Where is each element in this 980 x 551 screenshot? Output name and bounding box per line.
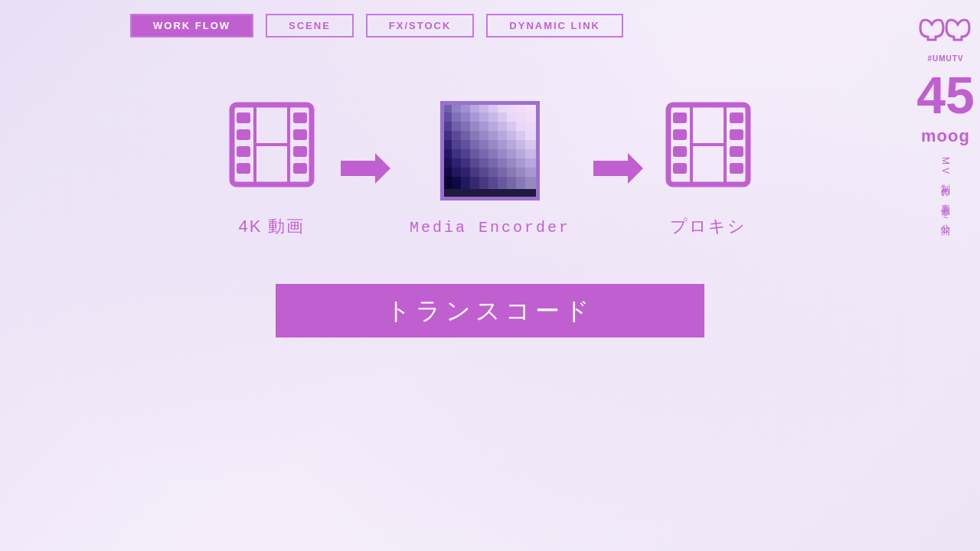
svg-rect-92 — [516, 168, 525, 177]
svg-rect-75 — [452, 158, 461, 168]
svg-rect-99 — [488, 177, 498, 189]
svg-rect-5 — [293, 112, 307, 123]
svg-rect-62 — [516, 140, 525, 149]
svg-rect-61 — [507, 140, 516, 149]
svg-rect-27 — [470, 112, 479, 122]
svg-rect-80 — [498, 158, 507, 168]
svg-rect-58 — [479, 140, 488, 149]
svg-rect-70 — [498, 149, 507, 158]
tab-dynamiclink[interactable]: DYNAMIC LINK — [486, 14, 623, 37]
tab-workflow[interactable]: WORK FLOW — [130, 14, 253, 37]
svg-rect-35 — [452, 122, 461, 131]
svg-rect-112 — [730, 129, 743, 140]
svg-rect-98 — [479, 177, 488, 189]
svg-rect-101 — [507, 177, 516, 189]
svg-rect-29 — [488, 112, 498, 122]
svg-rect-107 — [673, 112, 687, 123]
svg-rect-4 — [237, 163, 250, 174]
output-label: プロキシ — [670, 215, 746, 238]
svg-rect-73 — [525, 149, 537, 158]
svg-rect-60 — [498, 140, 507, 149]
svg-rect-53 — [525, 131, 537, 140]
svg-rect-97 — [470, 177, 479, 189]
svg-rect-48 — [479, 131, 488, 140]
svg-rect-6 — [293, 129, 307, 140]
svg-rect-1 — [237, 112, 250, 123]
tab-fxstock[interactable]: FX/STOCK — [366, 14, 475, 37]
svg-rect-69 — [488, 149, 498, 158]
svg-rect-38 — [479, 122, 488, 131]
svg-rect-63 — [525, 140, 537, 149]
svg-rect-31 — [507, 112, 516, 122]
svg-rect-3 — [237, 146, 250, 157]
svg-rect-85 — [452, 168, 461, 177]
svg-rect-7 — [293, 146, 307, 157]
svg-rect-32 — [516, 112, 525, 122]
svg-rect-49 — [488, 131, 498, 140]
svg-rect-86 — [461, 168, 470, 177]
transcode-button[interactable]: トランスコード — [276, 284, 704, 337]
encoder-item: Media Encorder — [410, 101, 570, 236]
svg-rect-65 — [452, 149, 461, 158]
film-icon-output — [662, 99, 754, 191]
encoder-label: Media Encorder — [410, 219, 570, 236]
svg-rect-41 — [507, 122, 516, 131]
svg-rect-25 — [452, 112, 461, 122]
svg-rect-45 — [452, 131, 461, 140]
arrow-1 — [333, 149, 394, 187]
source-item: 4K 動画 — [226, 99, 318, 238]
tab-scene[interactable]: SCENE — [266, 14, 354, 37]
svg-rect-30 — [498, 112, 507, 122]
svg-rect-111 — [730, 112, 743, 123]
diagram-area: 4K 動画 — [0, 99, 980, 238]
svg-rect-26 — [461, 112, 470, 122]
svg-rect-72 — [516, 149, 525, 158]
svg-rect-37 — [470, 122, 479, 131]
svg-marker-12 — [341, 153, 390, 184]
svg-rect-50 — [498, 131, 507, 140]
svg-rect-114 — [730, 163, 743, 174]
svg-rect-100 — [498, 177, 507, 189]
film-icon-source — [226, 99, 318, 191]
svg-rect-102 — [516, 177, 525, 189]
svg-rect-77 — [470, 158, 479, 168]
svg-rect-79 — [488, 158, 498, 168]
svg-rect-78 — [479, 158, 488, 168]
svg-rect-83 — [525, 158, 537, 168]
svg-rect-108 — [673, 129, 687, 140]
arrow-2 — [586, 149, 647, 187]
svg-rect-93 — [525, 168, 537, 177]
svg-rect-8 — [293, 163, 307, 174]
svg-rect-95 — [452, 177, 461, 189]
svg-rect-43 — [525, 122, 537, 131]
svg-rect-82 — [516, 158, 525, 168]
output-item: プロキシ — [662, 99, 754, 238]
svg-rect-91 — [507, 168, 516, 177]
svg-rect-67 — [470, 149, 479, 158]
nav-bar: WORK FLOW SCENE FX/STOCK DYNAMIC LINK — [0, 0, 980, 37]
svg-rect-103 — [525, 177, 537, 189]
main-content: WORK FLOW SCENE FX/STOCK DYNAMIC LINK — [0, 0, 980, 551]
svg-rect-51 — [507, 131, 516, 140]
svg-rect-47 — [470, 131, 479, 140]
svg-rect-46 — [461, 131, 470, 140]
source-label: 4K 動画 — [238, 215, 305, 238]
svg-rect-81 — [507, 158, 516, 168]
svg-rect-109 — [673, 146, 687, 157]
svg-rect-55 — [452, 140, 461, 149]
svg-rect-113 — [730, 146, 743, 157]
svg-rect-59 — [488, 140, 498, 149]
svg-rect-76 — [461, 158, 470, 168]
svg-rect-68 — [479, 149, 488, 158]
svg-rect-36 — [461, 122, 470, 131]
svg-rect-88 — [479, 168, 488, 177]
svg-rect-89 — [488, 168, 498, 177]
svg-rect-71 — [507, 149, 516, 158]
svg-rect-40 — [498, 122, 507, 131]
svg-rect-42 — [516, 122, 525, 131]
svg-rect-96 — [461, 177, 470, 189]
svg-rect-90 — [498, 168, 507, 177]
svg-rect-57 — [470, 140, 479, 149]
svg-rect-52 — [516, 131, 525, 140]
svg-rect-33 — [525, 112, 537, 122]
